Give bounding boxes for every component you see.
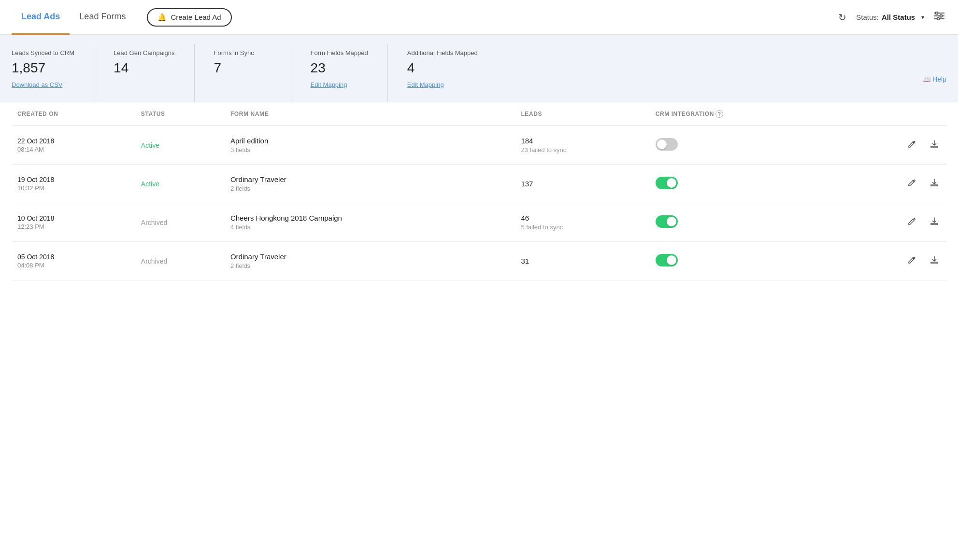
cell-leads: 137 (515, 165, 649, 203)
status-label: Status: (856, 13, 879, 21)
status-filter: Status: All Status Active Archived (856, 13, 924, 21)
col-header-created-on: Created On (12, 102, 135, 126)
nav-tabs: Lead Ads Lead Forms (12, 0, 135, 34)
cell-form-name: Ordinary Traveler 2 fields (225, 242, 515, 280)
crm-toggle[interactable] (656, 254, 678, 266)
cell-form-name: Ordinary Traveler 2 fields (225, 165, 515, 203)
download-button[interactable] (928, 253, 941, 268)
create-lead-ad-button[interactable]: 🔔 Create Lead Ad (147, 8, 231, 27)
crm-toggle[interactable] (656, 177, 678, 189)
edit-button[interactable] (906, 253, 918, 268)
stat-label-fields-mapped: Form Fields Mapped (311, 49, 368, 56)
filter-icon-button[interactable] (932, 10, 946, 25)
edit-button[interactable] (906, 138, 918, 153)
col-header-leads: Leads (515, 102, 649, 126)
stat-leads-synced: Leads Synced to CRM 1,857 Download as CS… (12, 44, 94, 102)
stats-bar: Leads Synced to CRM 1,857 Download as CS… (0, 35, 958, 102)
book-icon: 📖 (922, 75, 930, 83)
refresh-button[interactable]: ↻ (836, 10, 848, 25)
col-header-form-name: Form Name (225, 102, 515, 126)
status-select-wrapper: All Status Active Archived (882, 13, 924, 21)
stat-value-additional-fields: 4 (407, 60, 478, 76)
table-row: 19 Oct 2018 10:32 PM Active Ordinary Tra… (12, 165, 946, 203)
edit-button[interactable] (906, 215, 918, 230)
stat-additional-fields-mapped: Additional Fields Mapped 4 Edit Mapping (407, 44, 497, 102)
cell-date: 22 Oct 2018 08:14 AM (12, 126, 135, 165)
stat-value-fields-mapped: 23 (311, 60, 368, 76)
table-row: 10 Oct 2018 12:23 PM Archived Cheers Hon… (12, 203, 946, 242)
col-header-status: Status (135, 102, 225, 126)
table-container: Created On Status Form Name Leads CRM In… (0, 102, 958, 280)
cell-crm-toggle[interactable] (650, 165, 837, 203)
crm-toggle[interactable] (656, 138, 678, 151)
cell-status: Active (135, 126, 225, 165)
leads-table: Created On Status Form Name Leads CRM In… (12, 102, 946, 280)
stat-lead-gen-campaigns: Lead Gen Campaigns 14 (114, 44, 194, 102)
help-link[interactable]: 📖 Help (922, 75, 946, 83)
cell-leads: 31 (515, 242, 649, 280)
download-button[interactable] (928, 138, 941, 153)
status-select[interactable]: All Status Active Archived (882, 13, 924, 21)
stat-value-forms: 7 (214, 60, 272, 76)
bell-icon: 🔔 (157, 13, 167, 22)
cell-form-name: April edition 3 fields (225, 126, 515, 165)
cell-actions (837, 126, 946, 165)
crm-toggle[interactable] (656, 215, 678, 228)
svg-point-3 (936, 12, 938, 14)
cell-leads: 184 23 failed to sync (515, 126, 649, 165)
stat-value-campaigns: 14 (114, 60, 174, 76)
col-header-actions (837, 102, 946, 126)
download-csv-link[interactable]: Download as CSV (12, 81, 63, 88)
col-header-crm: CRM Integration ? (650, 102, 837, 126)
cell-actions (837, 203, 946, 242)
cell-actions (837, 165, 946, 203)
stat-label-campaigns: Lead Gen Campaigns (114, 49, 174, 56)
svg-point-5 (937, 18, 940, 20)
cell-crm-toggle[interactable] (650, 242, 837, 280)
stat-form-fields-mapped: Form Fields Mapped 23 Edit Mapping (311, 44, 388, 102)
nav-bar: Lead Ads Lead Forms 🔔 Create Lead Ad ↻ S… (0, 0, 958, 35)
cell-leads: 46 5 failed to sync (515, 203, 649, 242)
stat-label-forms: Forms in Sync (214, 49, 272, 56)
cell-date: 10 Oct 2018 12:23 PM (12, 203, 135, 242)
cell-date: 05 Oct 2018 04:08 PM (12, 242, 135, 280)
svg-point-4 (940, 15, 943, 17)
cell-crm-toggle[interactable] (650, 126, 837, 165)
cell-date: 19 Oct 2018 10:32 PM (12, 165, 135, 203)
cell-status: Archived (135, 242, 225, 280)
tab-lead-forms[interactable]: Lead Forms (70, 0, 135, 35)
stat-forms-in-sync: Forms in Sync 7 (214, 44, 291, 102)
cell-crm-toggle[interactable] (650, 203, 837, 242)
edit-mapping-link-2[interactable]: Edit Mapping (407, 81, 444, 88)
edit-button[interactable] (906, 176, 918, 191)
edit-mapping-link-1[interactable]: Edit Mapping (311, 81, 347, 88)
stats-wrapper: Leads Synced to CRM 1,857 Download as CS… (0, 35, 958, 102)
crm-help-icon[interactable]: ? (715, 110, 723, 118)
cell-status: Archived (135, 203, 225, 242)
stat-label-additional-fields: Additional Fields Mapped (407, 49, 478, 56)
table-row: 22 Oct 2018 08:14 AM Active April editio… (12, 126, 946, 165)
tab-lead-ads[interactable]: Lead Ads (12, 0, 70, 35)
cell-form-name: Cheers Hongkong 2018 Campaign 4 fields (225, 203, 515, 242)
nav-right: ↻ Status: All Status Active Archived (836, 10, 946, 25)
download-button[interactable] (928, 215, 941, 230)
table-row: 05 Oct 2018 04:08 PM Archived Ordinary T… (12, 242, 946, 280)
cell-status: Active (135, 165, 225, 203)
stat-label-leads-synced: Leads Synced to CRM (12, 49, 74, 56)
stat-value-leads-synced: 1,857 (12, 60, 74, 76)
download-button[interactable] (928, 176, 941, 191)
cell-actions (837, 242, 946, 280)
